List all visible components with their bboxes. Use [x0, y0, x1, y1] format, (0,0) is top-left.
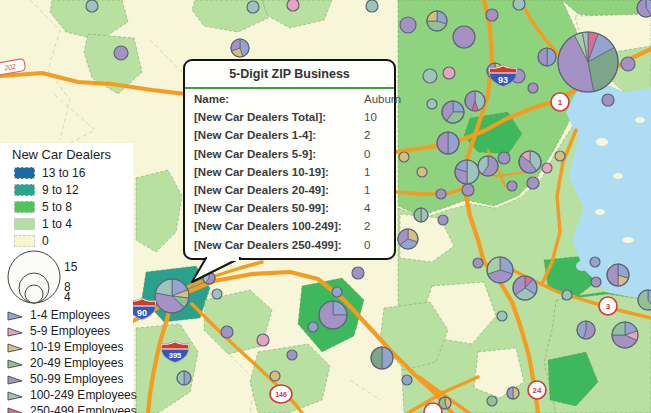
pie-chart-symbol[interactable]: [455, 160, 479, 184]
popup-row: [New Car Dealers 5-9]:0: [194, 148, 385, 166]
pie-chart-symbol[interactable]: [437, 132, 459, 154]
island: [613, 173, 623, 179]
route-shield-1: 1: [551, 93, 569, 111]
popup-row-label: [New Car Dealers 20-49]:: [194, 184, 357, 196]
legend-wedge-row: 10-19 Employees: [0, 339, 133, 355]
pie-chart-symbol[interactable]: [231, 39, 249, 57]
pie-chart-symbol[interactable]: [558, 32, 618, 92]
legend-wedge-row: 50-99 Employees: [0, 371, 133, 387]
legend-wedge-label: 100-249 Employees: [30, 388, 137, 402]
pie-chart-symbol[interactable]: [423, 69, 437, 83]
pie-chart-symbol[interactable]: [371, 347, 393, 369]
pie-chart-symbol[interactable]: [602, 94, 614, 106]
pie-chart-symbol[interactable]: [414, 208, 428, 222]
popup-row-value: 2: [357, 220, 370, 232]
legend-wedge-label: 50-99 Employees: [30, 372, 123, 386]
pie-chart-symbol[interactable]: [473, 258, 483, 268]
pie-chart-symbol[interactable]: [486, 9, 498, 21]
pie-chart-symbol[interactable]: [287, 0, 299, 11]
pie-chart-symbol[interactable]: [436, 189, 446, 199]
pie-chart-symbol[interactable]: [591, 277, 601, 287]
pie-chart-symbol[interactable]: [465, 91, 485, 111]
pie-chart-symbol[interactable]: [257, 334, 269, 346]
route-shield-3: 3: [599, 297, 617, 315]
pie-chart-symbol[interactable]: [287, 350, 297, 360]
pie-chart-symbol[interactable]: [427, 99, 437, 109]
pie-chart-symbol[interactable]: [612, 322, 638, 348]
pie-chart-symbol[interactable]: [442, 101, 464, 123]
pie-chart-symbol[interactable]: [221, 326, 233, 338]
pie-chart-symbol[interactable]: [427, 11, 447, 31]
pie-chart-symbol[interactable]: [478, 156, 498, 176]
pie-chart-symbol[interactable]: [607, 264, 629, 286]
pie-chart-symbol[interactable]: [453, 26, 475, 48]
legend-wedge-row: 250-499 Employees: [0, 403, 133, 413]
route-shield-unmarked: [424, 403, 442, 413]
pie-chart-symbol[interactable]: [247, 1, 259, 13]
pie-chart-symbol[interactable]: [507, 387, 519, 399]
pie-chart-symbol[interactable]: [519, 151, 541, 173]
legend-size-circle: [25, 285, 43, 303]
pie-chart-symbol[interactable]: [507, 181, 517, 191]
popup-row-label: [New Car Dealers 1-4]:: [194, 129, 357, 141]
legend-class-row: 5 to 8: [0, 198, 133, 215]
svg-text:24: 24: [533, 386, 542, 395]
pie-chart-symbol[interactable]: [417, 167, 427, 177]
pie-chart-symbol[interactable]: [443, 67, 455, 79]
legend-class-label: 5 to 8: [42, 200, 72, 214]
legend-class-label: 0: [42, 234, 49, 248]
pie-chart-symbol[interactable]: [528, 83, 538, 93]
pie-chart-symbol[interactable]: [438, 215, 448, 225]
pie-chart-symbol[interactable]: [332, 287, 342, 297]
pie-chart-symbol[interactable]: [155, 279, 189, 313]
pie-chart-symbol[interactable]: [308, 322, 318, 332]
legend-class-label: 13 to 16: [42, 166, 85, 180]
pie-chart-symbol[interactable]: [513, 0, 525, 10]
pie-chart-symbol[interactable]: [590, 257, 600, 267]
pie-chart-symbol[interactable]: [562, 290, 572, 300]
pie-wedge-icon: [6, 325, 24, 338]
pie-chart-symbol[interactable]: [398, 229, 418, 249]
pie-chart-symbol[interactable]: [621, 57, 635, 71]
pie-chart-symbol[interactable]: [542, 163, 552, 173]
popup-row-value: 2: [357, 129, 370, 141]
svg-text:3: 3: [606, 302, 611, 311]
pie-chart-symbol[interactable]: [114, 46, 128, 60]
pie-chart-symbol[interactable]: [487, 396, 497, 406]
pie-chart-symbol[interactable]: [538, 48, 556, 66]
pie-chart-symbol[interactable]: [497, 311, 507, 321]
legend-class-label: 1 to 4: [42, 217, 72, 231]
pie-chart-symbol[interactable]: [402, 375, 412, 385]
pie-chart-symbol[interactable]: [487, 257, 513, 283]
pie-chart-symbol[interactable]: [513, 276, 537, 300]
pie-chart-symbol[interactable]: [177, 371, 191, 385]
popup-tail-pointer: [186, 256, 256, 284]
pie-chart-symbol[interactable]: [319, 301, 347, 329]
legend-wedge-row: 20-49 Employees: [0, 355, 133, 371]
popup-row-label: [New Car Dealers 50-99]:: [194, 202, 357, 214]
popup-row-label: Name:: [194, 93, 357, 105]
pie-chart-symbol[interactable]: [527, 177, 539, 189]
legend-panel: New Car Dealers 13 to 169 to 125 to 81 t…: [0, 143, 133, 413]
pie-chart-symbol[interactable]: [399, 152, 409, 162]
pie-chart-symbol[interactable]: [498, 152, 510, 164]
pie-chart-symbol[interactable]: [555, 151, 565, 161]
legend-wedge-row: 5-9 Employees: [0, 323, 133, 339]
island: [635, 117, 645, 123]
pie-wedge-icon: [6, 389, 24, 402]
pie-chart-symbol[interactable]: [352, 267, 364, 279]
pie-chart-symbol[interactable]: [270, 371, 280, 381]
legend-size-label: 15: [64, 260, 78, 274]
popup-row: [New Car Dealers 250-499]:0: [194, 239, 385, 257]
pie-chart-symbol[interactable]: [400, 17, 416, 33]
pie-chart-symbol[interactable]: [366, 0, 378, 12]
pie-chart-symbol[interactable]: [212, 289, 222, 299]
pie-chart-symbol[interactable]: [577, 321, 595, 339]
svg-text:90: 90: [137, 308, 147, 318]
legend-class-list: 13 to 169 to 125 to 81 to 40: [0, 164, 133, 249]
pie-chart-symbol[interactable]: [86, 0, 98, 12]
pie-chart-symbol[interactable]: [637, 0, 651, 17]
pie-chart-symbol[interactable]: [462, 184, 474, 196]
popup-row: [New Car Dealers Total]:10: [194, 111, 385, 129]
popup-row: [New Car Dealers 20-49]:1: [194, 184, 385, 202]
